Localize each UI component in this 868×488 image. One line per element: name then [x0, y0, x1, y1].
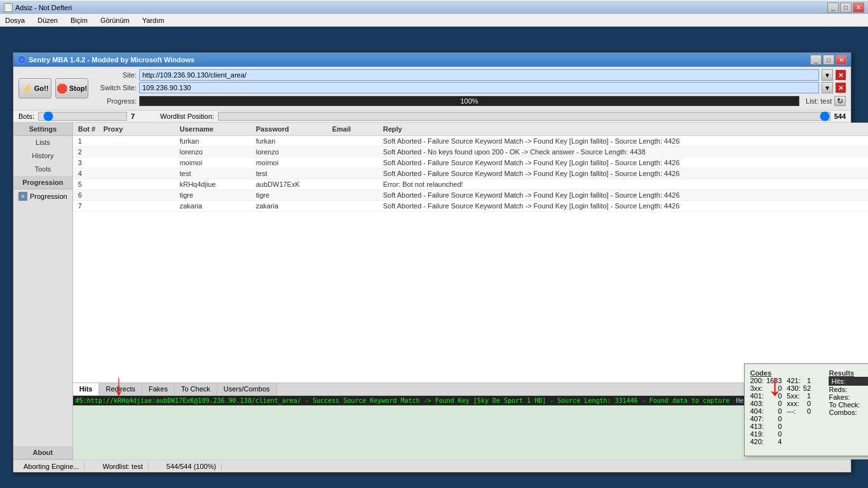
bots-slider[interactable]	[38, 112, 127, 121]
stats-code2-row: xxx:0	[787, 400, 811, 407]
sidebar-item-progression[interactable]: ≡ Progression	[13, 189, 72, 204]
notepad-maximize-button[interactable]: □	[840, 3, 851, 13]
td-username: lorenzo	[177, 147, 254, 156]
notepad-body: Sentry MBA 1.4.2 - Modded by Microsoft W…	[0, 27, 868, 488]
menu-duzen[interactable]: Düzen	[35, 16, 60, 25]
td-password: lorenzo	[254, 147, 330, 156]
notepad-menubar: Dosya Düzen Biçim Görünüm Yardım	[0, 14, 868, 27]
progress-refresh-button[interactable]: ↻	[834, 96, 846, 106]
td-username: furkan	[177, 137, 254, 146]
notepad-minimize-button[interactable]: _	[827, 3, 839, 13]
tab-users-combos[interactable]: Users/Combos	[217, 383, 277, 395]
td-email	[330, 180, 381, 189]
td-proxy	[101, 158, 177, 167]
sentry-titlebar: Sentry MBA 1.4.2 - Modded by Microsoft W…	[13, 53, 851, 67]
sidebar-item-tools[interactable]: Tools	[13, 163, 72, 176]
tab-fakes[interactable]: Fakes	[142, 383, 175, 395]
switch-site-dropdown-button[interactable]: ▼	[822, 82, 833, 93]
notepad-icon: 📄	[4, 3, 13, 12]
td-bot: 6	[76, 191, 101, 200]
td-email	[330, 191, 381, 200]
switch-site-label: Switch Site:	[92, 84, 137, 92]
th-username: Username	[177, 124, 254, 134]
td-password: moimoi	[254, 158, 330, 167]
sentry-maximize-button[interactable]: □	[823, 55, 834, 65]
sidebar-item-lists[interactable]: Lists	[13, 136, 72, 149]
progress-list-label: List: test	[806, 97, 832, 105]
sentry-icon	[17, 55, 26, 64]
notepad-close-button[interactable]: ✕	[853, 3, 864, 13]
table-header: Bot # Proxy Username Password Email Repl…	[73, 123, 868, 136]
results-list: Hits:1Reds:0Fakes:0To Check:9Combos:0/0	[829, 377, 868, 416]
stats-code-row: 413:0	[750, 423, 782, 430]
menu-yardim[interactable]: Yardım	[140, 16, 167, 25]
notepad-window: 📄 Adsiz - Not Defteri _ □ ✕ Dosya Düzen …	[0, 0, 868, 488]
table-row: 7 zakaria zakaria Soft Aborted - Failure…	[73, 201, 868, 212]
th-password: Password	[254, 124, 330, 134]
bots-value: 7	[131, 112, 144, 120]
sentry-minimize-button[interactable]: _	[810, 55, 822, 65]
td-proxy	[101, 201, 177, 210]
td-username: tigre	[177, 191, 254, 200]
stop-label: Stop!	[69, 85, 87, 92]
bots-label: Bots:	[18, 112, 34, 120]
site-clear-button[interactable]: ✕	[836, 70, 846, 80]
menu-dosya[interactable]: Dosya	[3, 16, 27, 25]
td-email	[330, 147, 381, 156]
sentry-window: Sentry MBA 1.4.2 - Modded by Microsoft W…	[13, 52, 851, 473]
red-arrow-right: ↓	[767, 367, 782, 402]
sidebar-item-history[interactable]: History	[13, 149, 72, 163]
td-bot: 2	[76, 147, 101, 156]
sentry-toolbar: ⚡ Go!! 🛑 Stop! Site: ▼ ✕ Switch Site:	[13, 67, 851, 111]
sidebar-section-settings: Settings	[13, 123, 72, 136]
menu-gorunum[interactable]: Görünüm	[98, 16, 132, 25]
site-dropdown-button[interactable]: ▼	[822, 69, 833, 81]
table-row: 4 test test Soft Aborted - Failure Sourc…	[73, 168, 868, 179]
tab-hits[interactable]: Hits	[73, 383, 100, 395]
red-arrow-left: ↓	[114, 367, 123, 402]
td-proxy	[101, 169, 177, 178]
wordlist-slider[interactable]	[218, 112, 831, 121]
stats-codes-title: Codes	[750, 369, 826, 377]
stats-code2-row: 421:1	[787, 377, 811, 384]
go-button[interactable]: ⚡ Go!!	[18, 78, 51, 98]
stats-result-row: To Check:9	[829, 401, 868, 409]
td-proxy	[101, 137, 177, 146]
th-email: Email	[330, 124, 381, 134]
stats-result-row: Hits:1	[829, 377, 868, 386]
th-reply: Reply	[381, 124, 868, 134]
stats-result-row: Combos:0/0	[829, 409, 868, 416]
site-url-input[interactable]	[139, 69, 819, 81]
sentry-close-button[interactable]: ✕	[836, 55, 847, 65]
bots-row: Bots: 7 Wordlist Position: 544	[13, 111, 851, 123]
td-bot: 5	[76, 180, 101, 189]
progress-label: Progress:	[92, 97, 137, 105]
td-bot: 1	[76, 137, 101, 146]
engine-status: Aborting Engine...	[18, 463, 85, 470]
switch-site-clear-button[interactable]: ✕	[836, 83, 846, 93]
td-email	[330, 137, 381, 146]
td-proxy	[101, 191, 177, 200]
table-row: 5 kRHq4djiue aubDW17ExK Error: Bot not r…	[73, 179, 868, 190]
switch-site-input[interactable]	[139, 82, 819, 93]
site-fields: Site: ▼ ✕ Switch Site: ▼ ✕ Progress:	[92, 69, 846, 107]
sentry-title: Sentry MBA 1.4.2 - Modded by Microsoft W…	[29, 56, 194, 64]
sidebar-section-about: About	[13, 446, 72, 459]
go-icon: ⚡	[22, 83, 32, 93]
stats-codes-col: Codes 200:16333xx:0401:0403:0404:0407:04…	[750, 369, 826, 451]
data-table: Bot # Proxy Username Password Email Repl…	[73, 123, 868, 383]
stats-code2-row: 430:52	[787, 384, 811, 392]
stop-button[interactable]: 🛑 Stop!	[55, 78, 88, 98]
progress-bar-container: 100%	[139, 96, 799, 106]
td-reply: Soft Aborted - Failure Source Keyword Ma…	[381, 201, 868, 210]
stats-code2-row: 5xx:1	[787, 392, 811, 400]
td-reply: Soft Aborted - No keys found upon 200 - …	[381, 147, 868, 156]
td-reply: Soft Aborted - Failure Source Keyword Ma…	[381, 191, 868, 200]
td-email	[330, 169, 381, 178]
stats-popup: Codes 200:16333xx:0401:0403:0404:0407:04…	[744, 363, 868, 456]
td-username: test	[177, 169, 254, 178]
td-reply: Error: Bot not relaunched!	[381, 180, 868, 189]
tab-to check[interactable]: To Check	[175, 383, 217, 395]
td-reply: Soft Aborted - Failure Source Keyword Ma…	[381, 169, 868, 178]
menu-bicim[interactable]: Biçim	[68, 16, 90, 25]
